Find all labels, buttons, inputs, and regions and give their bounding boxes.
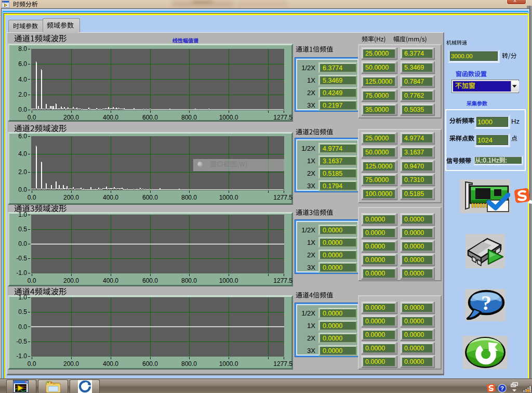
svg-text:?: ?	[481, 291, 491, 315]
svg-text:?: ?	[500, 385, 504, 391]
